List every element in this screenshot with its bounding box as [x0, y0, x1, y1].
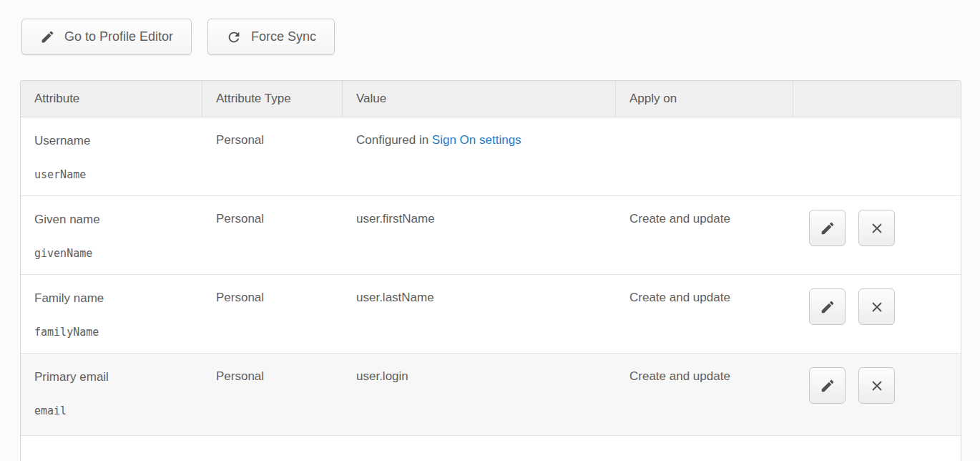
table-row-given-name: Given name givenName Personal user.first…	[21, 196, 961, 275]
attribute-label: Primary email	[34, 369, 195, 384]
column-header-attribute-type: Attribute Type	[202, 81, 343, 117]
pencil-icon	[820, 220, 836, 236]
table-row-family-name: Family name familyName Personal user.las…	[21, 275, 961, 354]
refresh-icon	[226, 29, 242, 45]
attribute-type-cell: Personal	[202, 275, 343, 353]
attribute-label: Family name	[34, 291, 195, 306]
attribute-type-cell: Personal	[202, 196, 343, 274]
go-to-profile-editor-button[interactable]: Go to Profile Editor	[21, 19, 192, 55]
apply-on-cell: Create and update	[616, 196, 793, 274]
pencil-icon	[40, 29, 55, 44]
attribute-label: Given name	[34, 212, 195, 227]
apply-on-cell	[616, 117, 793, 195]
edit-attribute-button[interactable]	[809, 367, 846, 404]
table-row-username: Username userName Personal Configured in…	[21, 117, 961, 196]
table-header: Attribute Attribute Type Value Apply on	[21, 81, 961, 117]
actions-cell	[793, 275, 961, 353]
column-header-apply-on: Apply on	[616, 81, 793, 117]
attribute-variable: givenName	[34, 247, 195, 261]
actions-cell	[793, 117, 961, 195]
column-header-actions	[793, 81, 961, 117]
attribute-cell: Primary email email	[21, 354, 202, 435]
table-row-primary-email: Primary email email Personal user.login …	[21, 354, 961, 436]
value-cell: user.login	[343, 354, 616, 435]
attribute-variable: userName	[34, 168, 195, 182]
close-icon	[869, 299, 885, 315]
pencil-icon	[820, 378, 836, 394]
page: Go to Profile Editor Force Sync Attribut…	[0, 0, 980, 461]
attribute-cell: Family name familyName	[21, 275, 202, 353]
actions-cell	[793, 354, 961, 435]
attribute-type-cell: Personal	[202, 117, 343, 195]
go-to-profile-editor-label: Go to Profile Editor	[64, 29, 173, 44]
apply-on-cell: Create and update	[616, 354, 793, 435]
toolbar: Go to Profile Editor Force Sync	[21, 19, 335, 55]
force-sync-button[interactable]: Force Sync	[207, 19, 335, 55]
attribute-variable: familyName	[34, 326, 195, 339]
attribute-mapping-table: Attribute Attribute Type Value Apply on …	[20, 80, 961, 461]
value-cell: Configured in Sign On settings	[343, 117, 616, 195]
attribute-cell: Username userName	[21, 117, 202, 195]
delete-attribute-button[interactable]	[858, 288, 895, 325]
column-header-attribute: Attribute	[21, 81, 202, 117]
attribute-cell: Given name givenName	[21, 196, 202, 274]
close-icon	[869, 220, 885, 236]
attribute-type-cell: Personal	[202, 354, 343, 435]
edit-attribute-button[interactable]	[809, 288, 846, 325]
attribute-label: Username	[34, 133, 195, 148]
value-cell: user.lastName	[343, 275, 616, 353]
column-header-value: Value	[343, 81, 616, 117]
apply-on-cell: Create and update	[616, 275, 793, 353]
attribute-variable: email	[34, 404, 195, 418]
value-prefix: Configured in	[356, 133, 432, 147]
table-row-partial	[21, 436, 961, 461]
value-cell: user.firstName	[343, 196, 616, 274]
force-sync-label: Force Sync	[251, 29, 316, 44]
pencil-icon	[820, 299, 836, 315]
actions-cell	[793, 196, 961, 274]
edit-attribute-button[interactable]	[809, 210, 846, 246]
sign-on-settings-link[interactable]: Sign On settings	[432, 133, 521, 147]
delete-attribute-button[interactable]	[858, 210, 895, 246]
close-icon	[869, 378, 885, 394]
delete-attribute-button[interactable]	[858, 367, 895, 404]
